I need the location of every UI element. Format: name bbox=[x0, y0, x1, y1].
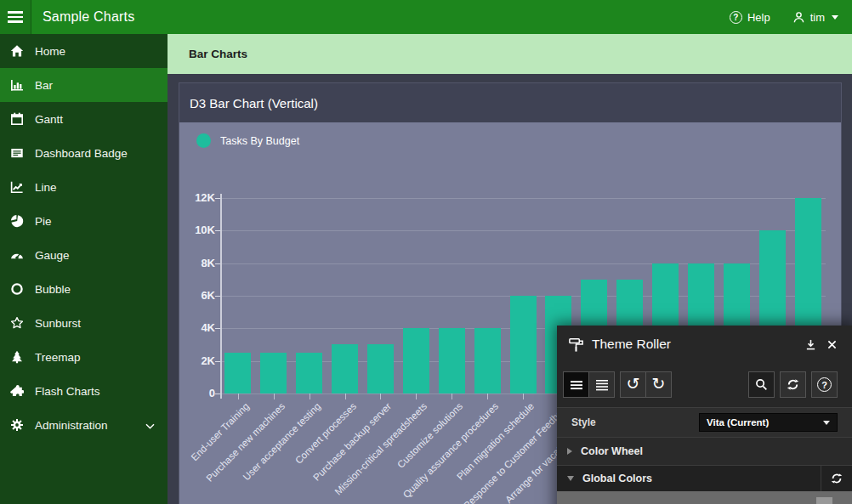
x-axis-tick bbox=[523, 394, 524, 399]
badge-list-icon bbox=[9, 146, 24, 161]
section-label: Global Colors bbox=[582, 473, 652, 484]
sidebar-item-administration[interactable]: Administration bbox=[0, 408, 168, 442]
legend-item[interactable]: Tasks By Budget bbox=[196, 133, 299, 148]
style-row: Style Vita (Current) bbox=[557, 407, 852, 437]
y-axis-label: 8K bbox=[179, 257, 215, 270]
sync-button[interactable] bbox=[780, 371, 806, 398]
sidebar-item-bubble[interactable]: Bubble bbox=[0, 272, 168, 306]
undo-icon: ↺ bbox=[627, 376, 640, 392]
sidebar-item-label: Treemap bbox=[35, 351, 81, 364]
sidebar-item-gauge[interactable]: Gauge bbox=[0, 238, 168, 272]
list-spacious-icon bbox=[594, 377, 610, 393]
help-button[interactable]: ? Help bbox=[730, 11, 770, 24]
y-axis bbox=[220, 194, 222, 399]
x-axis-tick bbox=[380, 394, 381, 399]
list-compact-button[interactable] bbox=[563, 371, 589, 398]
breadcrumb: Bar Charts bbox=[189, 48, 247, 60]
gear-icon bbox=[9, 418, 24, 433]
bar[interactable] bbox=[474, 328, 501, 394]
legend-label: Tasks By Budget bbox=[220, 135, 299, 147]
theme-roller-header: Theme Roller bbox=[557, 326, 852, 363]
search-button[interactable] bbox=[748, 371, 775, 398]
sidebar-item-sunburst[interactable]: Sunburst bbox=[0, 306, 168, 340]
redo-button[interactable]: ↻ bbox=[645, 371, 672, 398]
calendar-icon bbox=[9, 112, 24, 127]
undo-button[interactable]: ↺ bbox=[620, 371, 646, 398]
app-title: Sample Charts bbox=[43, 9, 134, 25]
bar[interactable] bbox=[224, 353, 251, 394]
y-gridline bbox=[220, 230, 826, 231]
help-label: Help bbox=[747, 11, 770, 24]
x-axis-tick bbox=[310, 394, 310, 399]
menu-button[interactable] bbox=[0, 0, 31, 34]
section-color-wheel[interactable]: Color Wheel bbox=[557, 437, 852, 465]
sidebar-item-gantt[interactable]: Gantt bbox=[0, 102, 168, 136]
app-header: Sample Charts ? Help tim bbox=[0, 0, 852, 34]
theme-roller-body bbox=[557, 491, 852, 504]
sidebar-item-label: Bar bbox=[35, 79, 53, 92]
chevron-right-icon bbox=[567, 448, 572, 455]
sidebar-nav: HomeBarGanttDashboard BadgeLinePieGaugeB… bbox=[0, 34, 168, 504]
x-axis-tick bbox=[274, 394, 275, 399]
bar[interactable] bbox=[332, 344, 358, 394]
sidebar-item-line[interactable]: Line bbox=[0, 170, 168, 204]
download-button[interactable] bbox=[805, 339, 816, 350]
x-axis-tick bbox=[487, 394, 488, 399]
chevron-down-icon bbox=[145, 420, 156, 433]
theme-roller-toolbar: ↺ ↻ ? bbox=[557, 363, 852, 407]
section-global-colors[interactable]: Global Colors bbox=[557, 465, 852, 491]
sidebar-item-home[interactable]: Home bbox=[0, 34, 168, 68]
sidebar-item-label: Sunburst bbox=[35, 317, 81, 330]
x-axis-tick bbox=[452, 394, 452, 399]
bar[interactable] bbox=[260, 353, 287, 394]
chevron-down-icon bbox=[832, 15, 838, 20]
help-circle-icon: ? bbox=[817, 377, 832, 392]
sidebar-item-dashboard-badge[interactable]: Dashboard Badge bbox=[0, 136, 168, 170]
sidebar-item-label: Administration bbox=[35, 419, 108, 432]
global-colors-sync-button[interactable] bbox=[821, 466, 852, 492]
star-icon bbox=[9, 316, 24, 331]
bar[interactable] bbox=[439, 328, 465, 394]
sidebar-item-label: Gauge bbox=[35, 249, 70, 262]
close-button[interactable] bbox=[827, 340, 837, 349]
y-axis-label: 2K bbox=[179, 354, 215, 368]
puzzle-icon bbox=[9, 384, 24, 399]
sidebar-item-label: Dashboard Badge bbox=[35, 147, 128, 160]
theme-roller-panel: Theme Roller ↺ ↻ bbox=[557, 326, 852, 504]
y-axis-label: 10K bbox=[179, 224, 215, 237]
help-button-roller[interactable]: ? bbox=[811, 371, 838, 398]
sidebar-item-flash-charts[interactable]: Flash Charts bbox=[0, 374, 168, 408]
sidebar-item-label: Bubble bbox=[35, 283, 71, 296]
bar[interactable] bbox=[510, 296, 537, 394]
bar[interactable] bbox=[367, 344, 394, 394]
sidebar-item-label: Flash Charts bbox=[35, 385, 100, 398]
chevron-down-icon bbox=[567, 476, 574, 481]
sidebar-item-label: Line bbox=[35, 181, 57, 194]
sidebar-item-label: Home bbox=[35, 45, 65, 58]
sidebar-item-treemap[interactable]: Treemap bbox=[0, 340, 168, 374]
sidebar-item-bar[interactable]: Bar bbox=[0, 68, 168, 102]
person-icon bbox=[792, 11, 805, 24]
sync-icon bbox=[830, 472, 843, 485]
y-axis-label: 6K bbox=[179, 289, 215, 303]
app-window: Sample Charts ? Help tim HomeBarGanttDas… bbox=[0, 0, 852, 504]
bar[interactable] bbox=[296, 353, 322, 394]
color-swatch[interactable] bbox=[816, 497, 832, 504]
sync-icon bbox=[786, 377, 800, 392]
user-menu[interactable]: tim bbox=[792, 11, 838, 24]
sidebar-item-pie[interactable]: Pie bbox=[0, 204, 168, 238]
style-label: Style bbox=[571, 416, 596, 428]
paint-roller-icon bbox=[568, 337, 584, 353]
chevron-down-icon bbox=[823, 421, 830, 425]
line-chart-icon bbox=[9, 180, 24, 195]
download-icon bbox=[805, 339, 816, 350]
redo-icon: ↻ bbox=[652, 376, 666, 392]
bar[interactable] bbox=[403, 328, 429, 394]
close-icon bbox=[827, 340, 837, 349]
bar-chart-icon bbox=[9, 78, 24, 93]
gauge-icon bbox=[9, 248, 24, 263]
list-spacious-button[interactable] bbox=[588, 371, 615, 398]
help-circle-icon: ? bbox=[730, 11, 742, 24]
breadcrumb-bar: Bar Charts bbox=[168, 34, 852, 74]
style-select[interactable]: Vita (Current) bbox=[699, 413, 838, 432]
